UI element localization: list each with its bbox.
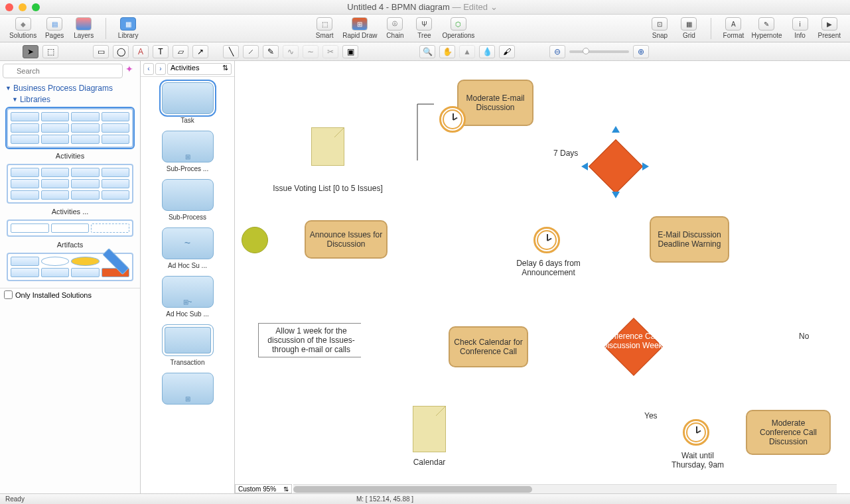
shape-task[interactable]: Task	[141, 82, 234, 124]
library-panel: ‹ › Activities ⇅ Task ⊞Sub-Proces ... Su…	[141, 61, 235, 493]
callout-tool[interactable]: ▱	[173, 45, 188, 58]
shape-subprocess-collapsed[interactable]: ⊞Sub-Proces ...	[141, 131, 234, 172]
zoom-window-button[interactable]	[32, 3, 40, 11]
moderate-email-task[interactable]: Moderate E-mail Discussion	[457, 80, 533, 126]
shape-tool[interactable]: ▣	[342, 45, 358, 58]
start-event[interactable]	[242, 227, 268, 253]
gateway-handle-n[interactable]	[612, 126, 620, 133]
operations-button[interactable]: ⬡Operations	[439, 16, 477, 40]
line-tool[interactable]: ╲	[223, 45, 239, 58]
textbox-tool[interactable]: T	[153, 45, 169, 58]
grid-icon: ▦	[681, 17, 697, 31]
timer-thursday-icon[interactable]	[683, 419, 709, 446]
status-bar: Ready M: [ 152.14, 45.88 ]	[0, 493, 850, 504]
merge-gateway[interactable]	[589, 139, 643, 194]
solutions-icon: ◆	[15, 17, 31, 31]
present-button[interactable]: ▶Present	[815, 16, 843, 40]
calendar-note[interactable]	[413, 406, 446, 452]
gateway-handle-w[interactable]	[581, 162, 588, 170]
present-icon: ▶	[821, 17, 837, 31]
hypernote-button[interactable]: ✎Hypernote	[748, 16, 784, 40]
chain-button[interactable]: ⦾Chain	[381, 16, 409, 40]
window-title: Untitled 4 - BPMN diagram — Edited ⌄	[40, 2, 805, 12]
timer-thursday-label: Wait until Thursday, 9am	[666, 451, 729, 470]
bezier-tool[interactable]: ∿	[283, 45, 299, 58]
close-window-button[interactable]	[5, 3, 13, 11]
text-tool[interactable]: A	[133, 45, 149, 58]
timer-7days-icon[interactable]	[439, 106, 466, 133]
lib-activities2-label: Activities ...	[5, 208, 135, 216]
moderate-conf-task[interactable]: Moderate Conference Call Discussion	[746, 410, 831, 455]
pan-tool[interactable]: ✋	[439, 45, 455, 58]
zoom-select[interactable]: Custom 95%⇅	[235, 484, 292, 493]
solutions-panel: ✦ ▼Business Process Diagrams ▼Libraries …	[0, 61, 141, 493]
tree-button[interactable]: ΨTree	[410, 16, 438, 40]
minimize-window-button[interactable]	[19, 3, 27, 11]
canvas[interactable]: Issue Voting List [0 to 5 Issues] Announ…	[235, 61, 850, 493]
conference-gateway-label: Conference Call in Discussion Week?	[601, 332, 668, 350]
solutions-button[interactable]: ◆Solutions	[7, 16, 39, 40]
lib-back-button[interactable]: ‹	[143, 63, 154, 75]
info-icon: i	[792, 17, 808, 31]
pen-tool[interactable]: ✎	[263, 45, 279, 58]
shape-extra[interactable]: ⊞	[141, 373, 234, 405]
annotation-text[interactable]: Allow 1 week for the discussion of the I…	[258, 323, 361, 357]
timer-delay6-label: Delay 6 days from Announcement	[507, 259, 590, 277]
lib-more-thumb[interactable]	[7, 253, 133, 281]
voting-list-note[interactable]	[311, 127, 344, 166]
eyedropper-tool[interactable]: 💧	[479, 45, 495, 58]
lib-artifacts-thumb[interactable]	[7, 220, 133, 237]
gateway-handle-s[interactable]	[612, 192, 620, 198]
shape-subprocess[interactable]: Sub-Process	[141, 179, 234, 221]
arc-tool[interactable]: ⟋	[243, 45, 259, 58]
only-installed-checkbox[interactable]: Only Installed Solutions	[0, 288, 140, 301]
timer-delay6-icon[interactable]	[533, 227, 560, 253]
gateway-handle-e[interactable]	[642, 162, 649, 170]
zoom-slider[interactable]	[569, 50, 629, 53]
format-button[interactable]: AFormat	[719, 16, 747, 40]
snap-button[interactable]: ⊡Snap	[646, 16, 673, 40]
tree-libraries[interactable]: ▼Libraries	[12, 95, 135, 104]
only-installed-check[interactable]	[4, 290, 13, 299]
status-ready: Ready	[5, 495, 25, 503]
scissors-tool[interactable]: ✂	[322, 45, 338, 58]
rectangle-tool[interactable]: ▭	[93, 45, 109, 58]
brush-tool[interactable]: 🖌	[499, 45, 515, 58]
email-warning-task[interactable]: E-Mail Discussion Deadline Warning	[650, 216, 729, 263]
shape-transaction[interactable]: Transaction	[141, 324, 234, 366]
shape-adhoc-collapsed[interactable]: ~Ad Hoc Su ...	[141, 227, 234, 269]
tree-icon: Ψ	[416, 17, 432, 31]
arrow-tool[interactable]: ↗	[192, 45, 208, 58]
smart-button[interactable]: ⬚Smart	[311, 16, 338, 40]
voting-list-label: Issue Voting List [0 to 5 Issues]	[271, 184, 384, 193]
zoom-tool[interactable]: 🔍	[419, 45, 435, 58]
tree-root[interactable]: ▼Business Process Diagrams	[5, 84, 135, 93]
horizontal-scrollbar[interactable]	[293, 484, 837, 493]
lib-forward-button[interactable]: ›	[155, 63, 166, 75]
lib-activities2-thumb[interactable]	[7, 164, 133, 204]
search-input[interactable]	[3, 64, 123, 78]
rapid-draw-button[interactable]: ⊞Rapid Draw	[340, 16, 380, 40]
marquee-tool[interactable]: ⬚	[42, 45, 58, 58]
announce-task[interactable]: Announce Issues for Discussion	[305, 220, 388, 259]
lib-activities-thumb[interactable]	[7, 108, 133, 148]
spline-tool[interactable]: ∼	[303, 45, 319, 58]
titlebar: Untitled 4 - BPMN diagram — Edited ⌄	[0, 0, 850, 15]
lib-activities-label: Activities	[5, 152, 135, 160]
ellipse-tool[interactable]: ◯	[113, 45, 129, 58]
main-toolbar: ◆Solutions ▤Pages Layers ▦Library ⬚Smart…	[0, 15, 850, 42]
zoom-in-button[interactable]: ⊕	[633, 45, 649, 58]
shape-adhoc[interactable]: ⊞~Ad Hoc Sub ...	[141, 276, 234, 318]
layers-button[interactable]: Layers	[70, 16, 98, 40]
library-button[interactable]: ▦Library	[114, 16, 142, 40]
pointer-tool[interactable]: ➤	[23, 45, 38, 58]
pages-button[interactable]: ▤Pages	[40, 16, 68, 40]
info-button[interactable]: iInfo	[786, 16, 814, 40]
check-calendar-task[interactable]: Check Calendar for Conference Call	[449, 326, 528, 367]
zoom-out-button[interactable]: ⊖	[549, 45, 565, 58]
magic-wand-icon[interactable]: ✦	[125, 64, 137, 76]
grid-button[interactable]: ▦Grid	[675, 16, 703, 40]
lib-dropdown[interactable]: Activities ⇅	[167, 63, 232, 75]
stamp-tool[interactable]: ▲	[459, 45, 475, 58]
title-dropdown-icon[interactable]: ⌄	[490, 2, 498, 12]
